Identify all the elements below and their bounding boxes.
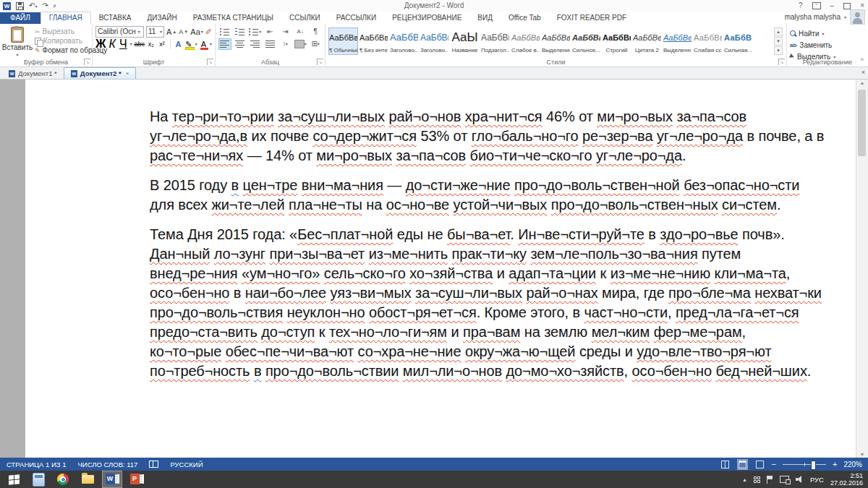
restore-icon[interactable] [843, 3, 851, 9]
collapse-ribbon-icon[interactable]: ^ [861, 57, 864, 64]
italic-button[interactable]: К [108, 38, 116, 51]
ribbon-tab-page-layout[interactable]: РАЗМЕТКА СТРАНИЦЫ [185, 12, 281, 24]
shading-button[interactable]: ▾ [294, 38, 307, 50]
sort-button[interactable]: А↓ [294, 26, 307, 38]
tab-bar-close-icon[interactable]: × [861, 69, 865, 76]
account-dropdown-icon[interactable]: ▾ [844, 14, 846, 20]
show-marks-button[interactable]: ¶ [309, 26, 322, 38]
taskbar-chrome-button[interactable] [53, 471, 73, 488]
network-icon[interactable] [780, 476, 789, 483]
decrease-indent-button[interactable]: ⇤ [264, 26, 277, 38]
style-item-8[interactable]: АаБбВвГгВыделение [541, 27, 571, 55]
avatar[interactable] [850, 9, 865, 25]
styles-dialog-launcher-icon[interactable]: ↘ [778, 59, 785, 65]
page-count[interactable]: СТРАНИЦА 1 ИЗ 1 [7, 461, 67, 468]
style-item-1[interactable]: АаБбВвГг,¶ Обычный [328, 27, 358, 55]
ribbon-tab-file[interactable]: ФАЙЛ [0, 12, 41, 24]
document-tab-2[interactable]: WДокумент2 *× [64, 67, 137, 79]
tray-language[interactable]: РУС [810, 476, 824, 484]
superscript-button[interactable]: x² [158, 40, 166, 48]
read-mode-button[interactable] [720, 459, 731, 470]
font-name-select[interactable]: Calibri (Осн ▾ [95, 26, 144, 38]
proofing-icon[interactable] [149, 461, 158, 468]
ribbon-tab-mailings[interactable]: РАССЫЛКИ [328, 12, 384, 24]
style-item-2[interactable]: АаБбВвГг,¶ Без инте... [359, 27, 388, 55]
styles-more-icon[interactable]: ▼ [774, 46, 783, 55]
find-button[interactable]: Найти ▾ [790, 28, 865, 38]
ribbon-tab-foxit[interactable]: FOXIT READER PDF [549, 12, 635, 24]
font-size-select[interactable]: 11 ▾ [146, 26, 164, 38]
highlight-button[interactable]: ✎ [184, 40, 192, 48]
language-indicator[interactable]: РУССКИЙ [170, 461, 203, 468]
styles-scroll-up-icon[interactable]: ▲ [774, 27, 783, 36]
font-size-dropdown-icon[interactable]: ▾ [160, 29, 162, 34]
bullets-button[interactable] [218, 26, 231, 38]
ribbon-tab-home[interactable]: ГЛАВНАЯ [41, 12, 91, 24]
grow-font-button[interactable]: А▲ [166, 27, 176, 36]
ribbon-tab-view[interactable]: ВИД [469, 12, 501, 24]
tray-windows-icon[interactable] [754, 476, 760, 483]
zoom-level[interactable]: 220% [843, 461, 862, 468]
style-item-9[interactable]: АаБбВвГг,Сильное... [571, 27, 601, 55]
align-left-button[interactable] [218, 38, 231, 50]
tray-clock[interactable]: 2:51 27.02.2016 [830, 472, 863, 487]
underline-dropdown-icon[interactable]: ▾ [130, 41, 132, 46]
ribbon-tab-office-tab[interactable]: Office Tab [501, 12, 549, 24]
account-area[interactable]: malysha malysha ▾ [785, 9, 865, 25]
ribbon-tab-insert[interactable]: ВСТАВКА [91, 12, 140, 24]
align-center-button[interactable] [234, 38, 247, 50]
multilevel-list-button[interactable]: ▾ [249, 26, 262, 38]
borders-button[interactable]: ⊞▾ [309, 38, 322, 50]
taskbar-word-button[interactable]: W [102, 471, 122, 488]
style-item-14[interactable]: АаБбВвГг,Сильная... [723, 27, 753, 55]
font-dialog-launcher-icon[interactable]: ↘ [207, 59, 213, 65]
style-item-4[interactable]: АаБбВвГЗаголово... [420, 27, 449, 55]
clear-formatting-button[interactable]: ✐ [205, 27, 212, 36]
volume-icon[interactable] [796, 476, 804, 483]
strikethrough-button[interactable]: abc [135, 40, 145, 48]
web-layout-button[interactable] [754, 459, 765, 470]
style-item-11[interactable]: АаБбВеГгЦитата 2 [632, 27, 662, 55]
style-item-7[interactable]: АаБбВвГгСлабое в... [511, 27, 540, 55]
document-page[interactable]: На тер¬ри¬то¬рии за¬суш¬ли¬вых рай¬о¬нов… [25, 80, 856, 458]
change-case-button[interactable]: Аа▾ [190, 27, 203, 36]
font-name-dropdown-icon[interactable]: ▾ [138, 29, 140, 34]
scroll-down-icon[interactable]: ▼ [856, 452, 868, 457]
ribbon-tab-review[interactable]: РЕЦЕНЗИРОВАНИЕ [384, 12, 469, 24]
clipboard-dialog-launcher-icon[interactable]: ↘ [84, 59, 90, 65]
font-color-button[interactable]: А [200, 40, 208, 48]
vertical-scrollbar[interactable]: ▲ ▼ [856, 80, 868, 458]
paste-dropdown-icon[interactable]: ▾ [16, 52, 18, 57]
scrollbar-thumb[interactable] [858, 90, 866, 156]
zoom-slider[interactable] [783, 464, 826, 465]
style-item-5[interactable]: АаЫНазвание [450, 27, 480, 55]
document-text[interactable]: На тер¬ри¬то¬рии за¬суш¬ли¬вых рай¬о¬нов… [25, 80, 856, 381]
replace-button[interactable]: ab Заменить [790, 40, 865, 50]
taskbar-powerpoint-button[interactable]: P [127, 471, 147, 488]
action-center-flag-icon[interactable] [767, 476, 773, 484]
shrink-font-button[interactable]: А▼ [179, 27, 188, 36]
document-tab-1[interactable]: WДокумент1 * [2, 68, 64, 79]
text-effects-button[interactable]: А [174, 40, 182, 48]
taskbar-calculator-button[interactable] [28, 471, 48, 488]
tray-expand-icon[interactable]: ▲ [742, 477, 747, 482]
ribbon-tab-references[interactable]: ССЫЛКИ [281, 12, 328, 24]
style-item-6[interactable]: АаБбВвГПодзагол... [480, 27, 510, 55]
style-item-12[interactable]: АаБбВеГгВыделенн... [663, 27, 692, 55]
line-spacing-button[interactable]: ↕▾ [278, 38, 292, 50]
justify-button[interactable] [264, 38, 277, 50]
zoom-out-icon[interactable]: − [772, 461, 776, 468]
zoom-in-icon[interactable]: + [833, 461, 837, 468]
increase-indent-button[interactable]: ⇥ [278, 26, 292, 38]
scroll-up-icon[interactable]: ▲ [856, 80, 868, 85]
zoom-slider-thumb[interactable] [811, 461, 816, 470]
document-tab-close-icon[interactable]: × [126, 70, 129, 77]
word-count[interactable]: ЧИСЛО СЛОВ: 117 [78, 461, 138, 468]
print-layout-button[interactable] [737, 459, 748, 470]
find-dropdown-icon[interactable]: ▾ [822, 31, 825, 36]
ribbon-tab-design[interactable]: ДИЗАЙН [140, 12, 185, 24]
font-color-dropdown-icon[interactable]: ▾ [210, 41, 212, 46]
subscript-button[interactable]: x₂ [147, 40, 156, 48]
start-button[interactable] [4, 471, 24, 488]
underline-button[interactable]: Ч [119, 38, 127, 51]
